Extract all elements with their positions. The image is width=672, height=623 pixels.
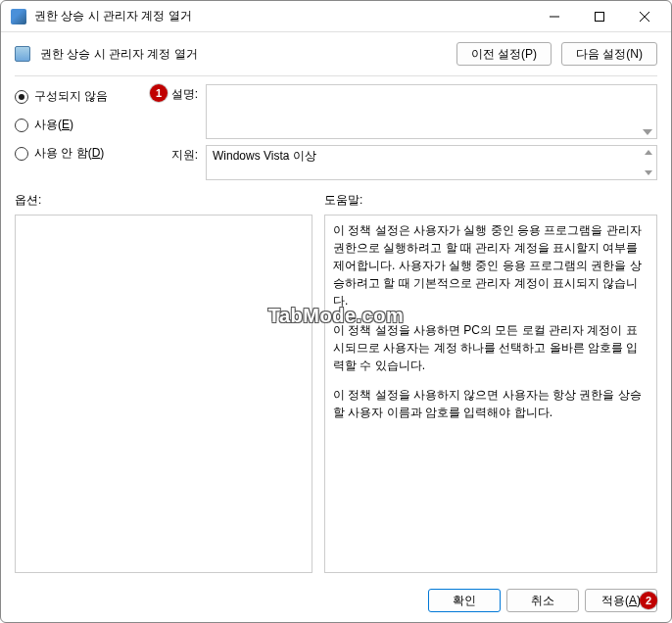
policy-icon — [15, 46, 30, 62]
help-label: 도움말: — [324, 192, 362, 209]
radio-group: 구성되지 않음 1 사용(E) 사용 안 함(D) — [15, 84, 167, 180]
app-icon — [11, 9, 26, 24]
radio-not-configured[interactable]: 구성되지 않음 — [15, 88, 167, 105]
window-title: 권한 상승 시 관리자 계정 열거 — [34, 8, 532, 24]
cancel-label: 취소 — [531, 594, 554, 607]
scroll-up-icon — [645, 150, 652, 155]
options-pane — [15, 215, 312, 573]
help-pane: 이 정책 설정은 사용자가 실행 중인 응용 프로그램을 관리자 권한으로 실행… — [324, 215, 657, 573]
help-paragraph-3: 이 정책 설정을 사용하지 않으면 사용자는 항상 권한을 상승할 사용자 이름… — [333, 386, 648, 421]
minimize-icon — [550, 12, 559, 22]
support-row: 지원: Windows Vista 이상 — [167, 145, 657, 180]
help-paragraph-1: 이 정책 설정은 사용자가 실행 중인 응용 프로그램을 관리자 권한으로 실행… — [333, 221, 648, 310]
svg-rect-1 — [596, 12, 604, 21]
radio-icon — [15, 147, 28, 161]
cancel-button[interactable]: 취소 — [506, 589, 579, 612]
callout-2: 2 — [640, 592, 657, 609]
header-row: 권한 상승 시 관리자 계정 열거 이전 설정(P) 다음 설정(N) — [1, 32, 671, 72]
next-setting-button[interactable]: 다음 설정(N) — [561, 42, 657, 66]
prev-setting-label: 이전 설정(P) — [471, 47, 537, 61]
close-button[interactable] — [622, 2, 667, 31]
maximize-button[interactable] — [577, 2, 622, 31]
radio-disabled-label: 사용 안 함(D) — [34, 145, 104, 162]
description-label: 설명: — [167, 84, 198, 139]
radio-not-configured-label: 구성되지 않음 — [34, 88, 108, 105]
footer: 2 확인 취소 적용(A) — [1, 583, 671, 622]
maximize-icon — [595, 12, 604, 22]
radio-enabled-label: 사용(E) — [34, 117, 73, 133]
support-label: 지원: — [167, 145, 198, 180]
upper-section: 구성되지 않음 1 사용(E) 사용 안 함(D) 설명: 지원: Window… — [1, 76, 671, 184]
prev-setting-button[interactable]: 이전 설정(P) — [456, 42, 552, 66]
policy-title: 권한 상승 시 관리자 계정 열거 — [40, 46, 447, 63]
ok-label: 확인 — [453, 594, 476, 607]
help-paragraph-2: 이 정책 설정을 사용하면 PC의 모든 로컬 관리자 계정이 표시되므로 사용… — [333, 321, 648, 374]
next-setting-label: 다음 설정(N) — [576, 47, 643, 61]
callout-1: 1 — [150, 84, 168, 102]
apply-label: 적용(A) — [601, 594, 641, 607]
ok-button[interactable]: 확인 — [428, 589, 501, 612]
options-label: 옵션: — [15, 192, 324, 209]
radio-icon — [15, 119, 28, 132]
scroll-down-icon — [645, 170, 652, 175]
radio-disabled[interactable]: 사용 안 함(D) — [15, 145, 167, 162]
info-column: 설명: 지원: Windows Vista 이상 — [167, 84, 657, 180]
description-box[interactable] — [206, 84, 657, 139]
titlebar: 권한 상승 시 관리자 계정 열거 — [1, 1, 671, 32]
lower-section: 이 정책 설정은 사용자가 실행 중인 응용 프로그램을 관리자 권한으로 실행… — [1, 213, 671, 583]
radio-enabled[interactable]: 사용(E) — [15, 117, 167, 133]
support-value: Windows Vista 이상 — [213, 149, 316, 163]
minimize-button[interactable] — [532, 2, 577, 31]
section-labels: 옵션: 도움말: — [1, 184, 671, 213]
close-icon — [640, 12, 649, 22]
scroll-down-icon — [643, 129, 652, 135]
description-row: 설명: — [167, 84, 657, 139]
window-controls — [532, 2, 667, 31]
radio-icon — [15, 90, 28, 104]
support-box: Windows Vista 이상 — [206, 145, 657, 180]
